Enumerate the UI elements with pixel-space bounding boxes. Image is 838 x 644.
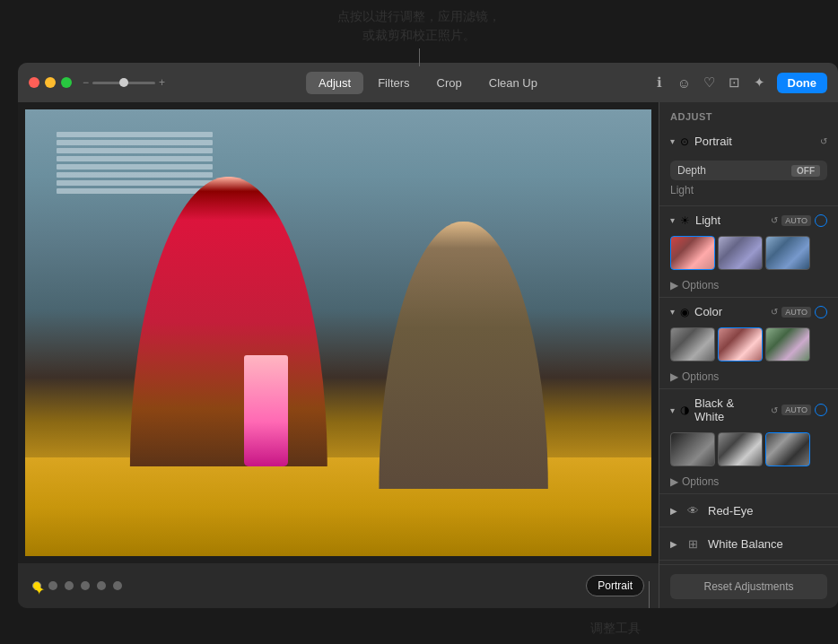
list-item-label-white-balance: White Balance	[708, 537, 827, 551]
color-icon: ◉	[680, 306, 689, 318]
zoom-slider[interactable]: − +	[83, 76, 165, 89]
list-items: ▶ 👁 Red-Eye ▶ ⊞ White Balance ▶ ⊟ Curves…	[659, 494, 838, 564]
person-left-body	[119, 177, 338, 467]
color-title: Color	[694, 305, 765, 318]
light-chevron: ▾	[670, 215, 675, 225]
list-item-label-red-eye: Red-Eye	[708, 504, 827, 518]
traffic-lights	[29, 77, 72, 88]
color-section-header[interactable]: ▾ ◉ Color ↺ AUTO	[659, 298, 838, 324]
bw-options-label: Options	[682, 475, 719, 488]
bw-options-chevron: ▶	[670, 475, 678, 488]
tooltip-line	[419, 48, 420, 66]
tab-adjust[interactable]: Adjust	[306, 72, 363, 94]
titlebar-right: ℹ ☺ ♡ ⊡ ✦ Done	[651, 73, 828, 93]
light-thumb-3[interactable]	[765, 236, 810, 270]
panel-header: ADJUST	[659, 102, 838, 127]
panel-scroll[interactable]: ▾ ⊙ Portrait ↺ Depth OFF Light	[659, 127, 838, 564]
light-actions: ↺ AUTO	[771, 214, 827, 227]
color-thumb-3[interactable]	[765, 327, 810, 361]
color-auto-badge[interactable]: AUTO	[781, 307, 811, 318]
nav-dot-2[interactable]	[48, 581, 57, 590]
bw-chevron: ▾	[670, 405, 675, 415]
tooltip-text: 点按以进行调整，应用滤镜， 或裁剪和校正照片。	[337, 7, 501, 45]
nav-dot-4[interactable]	[81, 581, 90, 590]
depth-label: Depth	[677, 164, 706, 177]
minimize-button[interactable]	[45, 77, 56, 88]
content-area: ✦ Portrait ADJUST ▾ ⊙	[18, 102, 838, 608]
nav-dot-1[interactable]: ✦	[32, 581, 41, 590]
heart-icon[interactable]: ♡	[702, 74, 718, 91]
light-thumbs	[659, 232, 838, 275]
color-thumb-2[interactable]	[718, 327, 763, 361]
bw-auto-badge[interactable]: AUTO	[781, 405, 811, 415]
color-section: ▾ ◉ Color ↺ AUTO	[659, 298, 838, 389]
options-label: Options	[682, 279, 719, 292]
portrait-section-header[interactable]: ▾ ⊙ Portrait ↺	[659, 127, 838, 153]
color-toggle[interactable]	[815, 306, 827, 318]
color-options-btn[interactable]: ▶ Options	[670, 370, 827, 383]
photo-container	[25, 109, 651, 556]
portrait-section-body: Depth OFF Light	[659, 153, 838, 205]
slider-thumb	[119, 78, 128, 87]
light-auto-badge[interactable]: AUTO	[781, 215, 811, 226]
portrait-badge[interactable]: Portrait	[586, 575, 644, 596]
reset-adjustments-button[interactable]: Reset Adjustments	[670, 574, 827, 599]
annotation-label: 调整工具	[590, 621, 641, 637]
bw-icon: ◑	[680, 404, 689, 416]
info-icon[interactable]: ℹ	[651, 74, 668, 91]
nav-dot-3[interactable]	[65, 581, 74, 590]
light-reset-icon[interactable]: ↺	[771, 215, 778, 225]
tab-crop[interactable]: Crop	[424, 72, 475, 94]
light-options: ▶ Options	[659, 275, 838, 297]
portrait-reset-icon[interactable]: ↺	[820, 136, 827, 146]
photo-bottom-bar: ✦ Portrait	[18, 563, 659, 608]
nav-dot-6[interactable]	[113, 581, 122, 590]
tab-filters[interactable]: Filters	[365, 72, 422, 94]
color-thumbs	[659, 324, 838, 367]
bw-thumb-3[interactable]	[765, 432, 810, 466]
right-panel: ADJUST ▾ ⊙ Portrait ↺ Depth OFF	[659, 102, 838, 608]
bw-section-header[interactable]: ▾ ◑ Black & White ↺ AUTO	[659, 389, 838, 429]
zoom-out-icon: −	[83, 76, 89, 89]
color-thumb-1[interactable]	[670, 327, 715, 361]
crop-icon[interactable]: ⊡	[727, 74, 743, 91]
list-item-expand: ▶	[670, 539, 677, 549]
photo-scene	[25, 109, 651, 556]
done-button[interactable]: Done	[777, 73, 828, 93]
nav-dot-5[interactable]	[97, 581, 106, 590]
color-options-chevron: ▶	[670, 370, 678, 383]
portrait-chevron: ▾	[670, 136, 675, 146]
reset-btn-area: Reset Adjustments	[659, 564, 838, 608]
person-right	[370, 222, 557, 490]
portrait-title: Portrait	[694, 135, 815, 148]
list-item-icon-red-eye: 👁	[685, 502, 701, 518]
list-item-white-balance[interactable]: ▶ ⊞ White Balance	[659, 527, 838, 561]
bw-options-btn[interactable]: ▶ Options	[670, 475, 827, 488]
bw-thumb-1[interactable]	[670, 432, 715, 466]
bw-toggle[interactable]	[815, 404, 827, 416]
portrait-section: ▾ ⊙ Portrait ↺ Depth OFF Light	[659, 127, 838, 206]
list-item-red-eye[interactable]: ▶ 👁 Red-Eye	[659, 494, 838, 527]
close-button[interactable]	[29, 77, 39, 88]
depth-row: Depth OFF	[670, 161, 827, 180]
light-thumb-2[interactable]	[718, 236, 763, 270]
milkshake	[244, 355, 288, 467]
nav-tabs: Adjust Filters Crop Clean Up	[306, 72, 550, 94]
bw-options: ▶ Options	[659, 472, 838, 493]
maximize-button[interactable]	[61, 77, 72, 88]
light-toggle[interactable]	[815, 214, 827, 227]
bw-reset-icon[interactable]: ↺	[771, 405, 778, 415]
annotation-line	[649, 581, 650, 608]
light-section-header[interactable]: ▾ ☀ Light ↺ AUTO	[659, 206, 838, 232]
tooltip-area: 点按以进行调整，应用滤镜， 或裁剪和校正照片。	[0, 0, 838, 72]
light-options-btn[interactable]: ▶ Options	[670, 279, 827, 292]
tab-cleanup[interactable]: Clean Up	[476, 72, 550, 94]
zoom-in-icon: +	[159, 76, 165, 89]
bw-thumb-2[interactable]	[718, 432, 763, 466]
color-options-label: Options	[682, 370, 719, 383]
color-reset-icon[interactable]: ↺	[771, 307, 778, 317]
light-section: ▾ ☀ Light ↺ AUTO	[659, 206, 838, 298]
light-thumb-1[interactable]	[670, 236, 715, 270]
magic-icon[interactable]: ✦	[752, 74, 768, 91]
emoji-icon[interactable]: ☺	[677, 74, 693, 91]
